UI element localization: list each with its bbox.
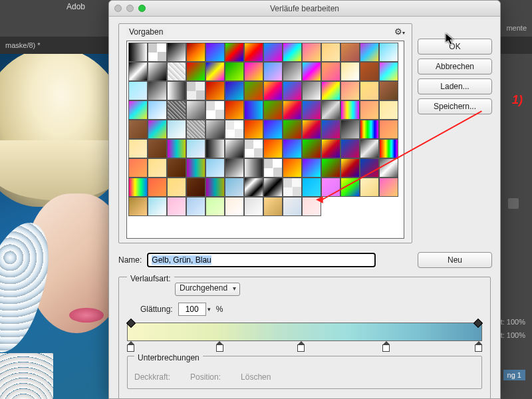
gradient-swatch[interactable] — [263, 139, 283, 158]
gradient-swatch[interactable] — [360, 62, 379, 81]
smoothness-input[interactable] — [178, 303, 206, 316]
gradient-swatch[interactable] — [148, 120, 167, 139]
gradient-swatch[interactable] — [244, 139, 263, 158]
gradient-swatch[interactable] — [360, 178, 379, 197]
gradient-swatch[interactable] — [321, 139, 340, 158]
gradient-swatch[interactable] — [148, 178, 167, 197]
gradient-swatch[interactable] — [263, 120, 283, 139]
gradient-swatch[interactable] — [167, 158, 186, 178]
gradient-swatch[interactable] — [225, 178, 244, 197]
gradient-swatch[interactable] — [167, 120, 186, 139]
gradient-swatch[interactable] — [263, 158, 283, 178]
color-stop[interactable] — [382, 341, 390, 350]
gradient-swatch[interactable] — [205, 158, 225, 178]
gradient-swatch[interactable] — [302, 62, 321, 81]
gradient-swatch[interactable] — [340, 158, 360, 178]
gradient-swatch[interactable] — [340, 62, 360, 81]
gradient-swatch[interactable] — [225, 197, 244, 216]
gradient-swatch[interactable] — [205, 178, 225, 197]
color-stop[interactable] — [297, 341, 305, 350]
gradient-swatch[interactable] — [128, 158, 148, 178]
gradient-swatch[interactable] — [321, 81, 340, 100]
color-stop[interactable] — [127, 341, 134, 350]
load-button[interactable]: Laden... — [418, 78, 492, 94]
gradient-swatch[interactable] — [321, 158, 340, 178]
gradient-swatch[interactable] — [205, 197, 225, 216]
new-button[interactable]: Neu — [418, 252, 492, 268]
color-stop[interactable] — [216, 341, 223, 350]
titlebar[interactable]: Verläufe bearbeiten — [109, 1, 500, 17]
gradient-swatch[interactable] — [225, 100, 244, 120]
gradient-swatch[interactable] — [128, 197, 148, 216]
gradient-swatch[interactable] — [340, 43, 360, 62]
gradient-swatch[interactable] — [225, 81, 244, 100]
gradient-swatch[interactable] — [186, 197, 205, 216]
gradient-swatch[interactable] — [244, 158, 263, 178]
gradient-swatch[interactable] — [283, 178, 302, 197]
gradient-swatch[interactable] — [128, 178, 148, 197]
gradient-swatch[interactable] — [128, 81, 148, 100]
gradient-swatch[interactable] — [205, 81, 225, 100]
gradient-swatch[interactable] — [244, 178, 263, 197]
gradient-swatch[interactable] — [128, 43, 148, 62]
gradient-swatch[interactable] — [186, 139, 205, 158]
gradient-swatch[interactable] — [263, 43, 283, 62]
gradient-swatch[interactable] — [283, 139, 302, 158]
gradient-swatch[interactable] — [263, 62, 283, 81]
gradient-swatch[interactable] — [225, 158, 244, 178]
gradient-swatch[interactable] — [283, 43, 302, 62]
gradient-swatch[interactable] — [360, 139, 379, 158]
gear-icon[interactable]: ⚙︎▾ — [394, 27, 405, 37]
gradient-swatch[interactable] — [205, 62, 225, 81]
gradient-swatch[interactable] — [148, 81, 167, 100]
gradient-swatch[interactable] — [148, 100, 167, 120]
gradient-swatch[interactable] — [225, 139, 244, 158]
gradient-swatch[interactable] — [321, 62, 340, 81]
gradient-swatch[interactable] — [379, 43, 398, 62]
gradient-swatch[interactable] — [321, 100, 340, 120]
gradient-swatch[interactable] — [148, 62, 167, 81]
gradient-swatch[interactable] — [167, 62, 186, 81]
gradient-swatch[interactable] — [167, 81, 186, 100]
gradient-swatch[interactable] — [302, 120, 321, 139]
gradient-swatch[interactable] — [379, 81, 398, 100]
gradient-swatch[interactable] — [244, 62, 263, 81]
gradient-swatch[interactable] — [263, 100, 283, 120]
gradient-swatch[interactable] — [302, 139, 321, 158]
gradient-swatch[interactable] — [321, 43, 340, 62]
gradient-swatch[interactable] — [263, 178, 283, 197]
gradient-swatch[interactable] — [302, 43, 321, 62]
gradient-swatch[interactable] — [340, 139, 360, 158]
gradient-name-input[interactable] — [147, 253, 376, 267]
gradient-swatch[interactable] — [321, 120, 340, 139]
gradient-swatch[interactable] — [360, 81, 379, 100]
gradient-swatch[interactable] — [186, 120, 205, 139]
gradient-swatch[interactable] — [340, 120, 360, 139]
gradient-swatch[interactable] — [244, 197, 263, 216]
gradient-swatch[interactable] — [283, 120, 302, 139]
gradient-swatch[interactable] — [379, 139, 398, 158]
gradient-swatch[interactable] — [225, 62, 244, 81]
gradient-swatch[interactable] — [128, 139, 148, 158]
gradient-swatch[interactable] — [360, 43, 379, 62]
cancel-button[interactable]: Abbrechen — [418, 59, 492, 74]
gradient-swatch[interactable] — [340, 100, 360, 120]
gradient-swatch[interactable] — [186, 62, 205, 81]
gradient-swatch[interactable] — [302, 158, 321, 178]
gradient-swatch[interactable] — [283, 100, 302, 120]
gradient-bar[interactable] — [127, 323, 482, 341]
gradient-swatch[interactable] — [148, 158, 167, 178]
gradient-swatch[interactable] — [283, 62, 302, 81]
gradient-swatch[interactable] — [148, 197, 167, 216]
gradient-swatch[interactable] — [186, 178, 205, 197]
gradient-swatch[interactable] — [128, 62, 148, 81]
presets-grid[interactable] — [126, 41, 404, 239]
gradient-swatch[interactable] — [167, 100, 186, 120]
gradient-swatch[interactable] — [379, 100, 398, 120]
gradient-swatch[interactable] — [340, 81, 360, 100]
gradient-swatch[interactable] — [148, 139, 167, 158]
gradient-swatch[interactable] — [283, 81, 302, 100]
gradient-swatch[interactable] — [167, 178, 186, 197]
gradient-swatch[interactable] — [263, 197, 283, 216]
gradient-swatch[interactable] — [244, 100, 263, 120]
